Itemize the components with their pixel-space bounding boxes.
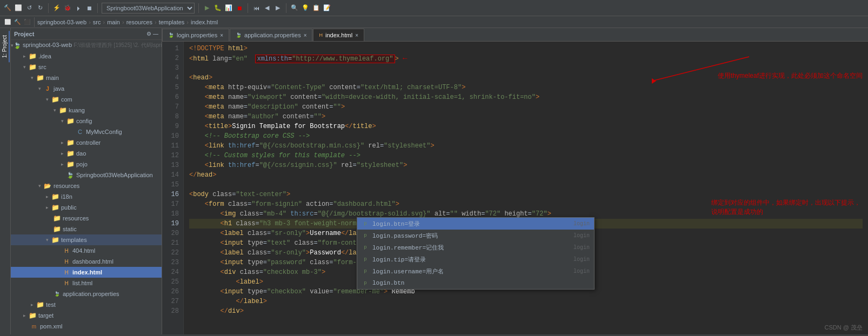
toolbar-icon-13[interactable]: 💡 [301, 4, 310, 12]
tree-item-iml[interactable]: 📄 springboot-03-web.iml [11, 332, 162, 334]
tree-label-dao: dao [76, 150, 86, 157]
tree-icon-iml-indent [21, 333, 28, 334]
line-num-7: 7 [162, 102, 179, 112]
line-num-20: 20 [162, 229, 179, 238]
tree-item-appprops[interactable]: 🍃 application.properties [11, 288, 162, 299]
toolbar-icon-8[interactable]: ⏹ [85, 4, 94, 12]
tree-item-resources2[interactable]: 📁 resources [11, 213, 162, 224]
code-editor[interactable]: <!DOCTYPE html> <html lang="en" xmlns:th… [184, 42, 868, 334]
bc-icon2[interactable]: 🔨 [13, 18, 22, 26]
toolbar-icon-15[interactable]: 📝 [323, 4, 331, 12]
tree-item-kuang[interactable]: ▾ 📁 kuang [11, 105, 162, 116]
tree-item-i18n[interactable]: ▸ 📁 i18n [11, 191, 162, 202]
project-vertical-tab[interactable]: 1: Project [1, 31, 10, 62]
code-line-13: <link th:href="@{/css/signin.css}" rel="… [189, 160, 863, 170]
autocomplete-item-4[interactable]: p login.username=用户名 login [357, 265, 594, 277]
code-container[interactable]: 1 2 3 4 5 6 7 8 9 10 11 12 13 14 15 16 1 [162, 42, 868, 334]
tree-item-target[interactable]: ▸ 📁 target [11, 310, 162, 321]
tree-item-templates[interactable]: ▾ 📁 templates [11, 234, 162, 245]
tab-login-props-label: login.properties [177, 32, 217, 38]
bc-icon1[interactable]: ⬜ [3, 18, 12, 26]
tree-item-pojo[interactable]: ▸ 📁 pojo [11, 159, 162, 170]
tree-arrow-controller: ▸ [58, 140, 66, 145]
tree-item-test[interactable]: ▸ 📁 test [11, 299, 162, 310]
tab-app-props-close[interactable]: × [304, 32, 307, 38]
debug-button[interactable]: 🐛 [213, 4, 222, 12]
toolbar-icon-3[interactable]: ↺ [25, 4, 34, 12]
tree-item-static[interactable]: 📁 static [11, 224, 162, 234]
tree-item-root[interactable]: ▾ 🍃 springboot-03-web F:\班级管理西升 [19525] … [11, 40, 162, 51]
tree-item-public[interactable]: ▸ 📁 public [11, 202, 162, 213]
toolbar-icon-1[interactable]: 🔨 [3, 4, 12, 12]
sidebar-gear-icon[interactable]: ⚙ [146, 31, 151, 37]
ac-key-5: login.btn [372, 280, 586, 286]
tree-item-springapp[interactable]: ▸ 🍃 Springboot03WebApplication [11, 170, 162, 180]
tree-item-resources[interactable]: ▾ 📂 resources [11, 180, 162, 191]
profile-button[interactable]: 📊 [224, 4, 233, 12]
autocomplete-item-5[interactable]: p login.btn [357, 277, 594, 289]
tree-icon-target: 📁 [28, 311, 37, 320]
autocomplete-item-2[interactable]: p login.remember=记住我 login [357, 241, 594, 253]
breadcrumb-main[interactable]: main [107, 19, 120, 25]
toolbar-icon-12[interactable]: 🔍 [290, 4, 299, 12]
toolbar-icon-14[interactable]: 📋 [312, 4, 321, 12]
ac-icon-3: p [362, 256, 369, 263]
tree-item-pom[interactable]: m pom.xml [11, 321, 162, 332]
tree-label-controller: controller [76, 139, 101, 146]
toolbar-icon-5[interactable]: ⚡ [52, 4, 61, 12]
tree-item-src[interactable]: ▾ 📁 src [11, 62, 162, 72]
toolbar-icon-4[interactable]: ↻ [36, 4, 44, 12]
tab-app-props[interactable]: 🍃 application.properties × [230, 29, 312, 41]
tree-item-config[interactable]: ▾ 📁 config [11, 116, 162, 126]
tree-item-dao[interactable]: ▸ 📁 dao [11, 148, 162, 159]
tab-login-props[interactable]: 🍃 login.properties × [162, 29, 229, 41]
tree-item-mymvcconfig[interactable]: ▸ C MyMvcConfig [11, 126, 162, 137]
run-button[interactable]: ▶ [203, 4, 211, 12]
tree-item-idea[interactable]: ▸ 📁 .idea [11, 51, 162, 62]
toolbar-icon-11[interactable]: ▶ [273, 4, 282, 12]
autocomplete-item-0[interactable]: p login.btn=登录 login [357, 218, 594, 230]
tree-item-controller[interactable]: ▸ 📁 controller [11, 137, 162, 148]
toolbar-icon-10[interactable]: ◀ [263, 4, 271, 12]
sidebar-collapse-icon[interactable]: — [153, 31, 158, 37]
code-line-11: <link th:href="@{/css/bootstrap.min.css}… [189, 141, 863, 151]
tree-item-index[interactable]: H index.html [11, 267, 162, 278]
tree-item-java[interactable]: ▾ J java [11, 83, 162, 94]
toolbar-icon-2[interactable]: ⬜ [14, 4, 23, 12]
toolbar-icon-7[interactable]: ⏵ [74, 4, 83, 12]
toolbar-icon-9[interactable]: ⏮ [252, 4, 261, 12]
ac-source-1: login [573, 233, 590, 239]
tree-item-main[interactable]: ▾ 📁 main [11, 72, 162, 83]
tab-app-props-icon: 🍃 [236, 32, 242, 38]
tree-label-test: test [46, 301, 56, 308]
tree-label-com: com [61, 96, 72, 103]
tree-label-pom: pom.xml [40, 323, 63, 330]
sep6 [34, 17, 35, 27]
tab-index-html[interactable]: H index.html × [313, 29, 364, 41]
tree-icon-src: 📁 [28, 63, 37, 71]
code-line-6: <meta name="viewport" content="width=dev… [189, 92, 863, 102]
tab-index-html-close[interactable]: × [355, 32, 358, 38]
tree-icon-java: J [43, 84, 52, 93]
toolbar-icon-6[interactable]: 🐞 [63, 4, 72, 12]
tree-item-dashboard[interactable]: H dashboard.html [11, 256, 162, 267]
breadcrumb-springboot[interactable]: springboot-03-web [37, 19, 86, 25]
run-config-dropdown[interactable]: Springboot03WebApplication [102, 3, 195, 14]
breadcrumb-src[interactable]: src [93, 19, 101, 25]
tree-label-iml: springboot-03-web.iml [40, 334, 98, 334]
tree-item-com[interactable]: ▾ 📁 com [11, 94, 162, 105]
tab-index-html-icon: H [319, 32, 323, 38]
tab-login-props-close[interactable]: × [220, 32, 223, 38]
tree-item-list[interactable]: H list.html [11, 278, 162, 288]
breadcrumb-index[interactable]: index.html [191, 19, 218, 25]
tree-icon-kuang: 📁 [58, 106, 67, 115]
bc-icon3[interactable]: ⬛ [23, 18, 31, 26]
autocomplete-item-1[interactable]: p login.password=密码 login [357, 230, 594, 241]
tree-icon-springapp: 🍃 [66, 171, 75, 179]
stop-button[interactable]: ⏹ [235, 4, 244, 12]
tree-arrow-idea: ▸ [21, 53, 28, 59]
breadcrumb-templates[interactable]: templates [159, 19, 185, 25]
breadcrumb-resources[interactable]: resources [126, 19, 152, 25]
autocomplete-item-3[interactable]: p login.tip=请登录 login [357, 253, 594, 265]
tree-item-404[interactable]: H 404.html [11, 245, 162, 256]
